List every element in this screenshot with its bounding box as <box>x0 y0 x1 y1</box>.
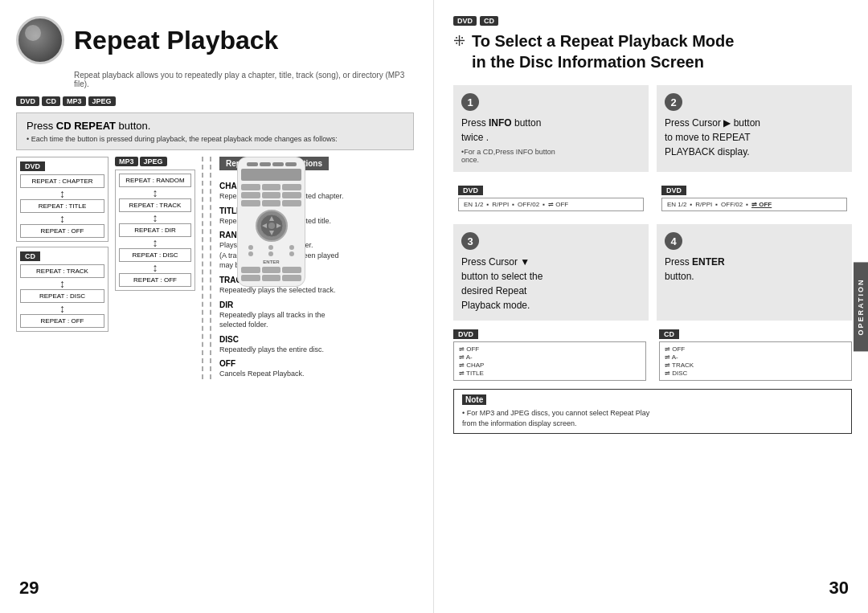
step-2-box: 2 Press Cursor ▶ buttonto move to REPEAT… <box>657 85 852 172</box>
r-extra-5 <box>262 275 281 281</box>
s2-sep3: ▪ <box>746 201 748 208</box>
mp3-flow-section: MP3 JPEG REPEAT : RANDOM ↕ REPEAT : TRAC… <box>115 157 203 379</box>
cd-repeat-display: CD ⇌ OFF ⇌ A- ⇌ TRACK ⇌ DIS <box>659 329 852 381</box>
r-extra-2 <box>262 267 281 273</box>
cd-r-off: ⇌ OFF <box>665 345 685 353</box>
cd-repeat-screen: ⇌ OFF ⇌ A- ⇌ TRACK ⇌ DISC <box>659 341 852 381</box>
remote-btn-1 <box>247 162 258 166</box>
option-disc-desc: Repeatedly plays the entire disc. <box>219 345 414 355</box>
s2-sep2: ▪ <box>715 201 718 208</box>
page-number-right: 30 <box>829 578 849 599</box>
cd-r-disc: ⇌ DISC <box>665 370 687 377</box>
note-text: • For MP3 and JPEG discs, you cannot sel… <box>462 408 843 428</box>
r-sm-6 <box>289 251 294 256</box>
r-sm-3 <box>289 245 294 250</box>
cd-repeat-row1: ⇌ OFF <box>665 345 688 353</box>
r-sm-2 <box>268 245 273 250</box>
r-btn-8 <box>262 200 281 206</box>
dvd-repeat-row4: ⇌ TITLE <box>459 370 484 377</box>
speaker-icon <box>16 16 64 64</box>
s2-sep1: ▪ <box>690 201 692 208</box>
step-1-display: DVD EN 1/2 ▪ R/PPI ▪ OFF/02 ▪ ⇌ OFF <box>453 180 649 216</box>
bullet-icon: ⁜ <box>453 32 465 50</box>
cd-arrow-1: ↕ <box>20 279 104 288</box>
screen-sep1: ▪ <box>486 201 489 208</box>
step-3-number: 3 <box>461 232 479 250</box>
r-btn-6 <box>282 192 301 198</box>
r-sm-4 <box>248 251 253 256</box>
screen-sep3: ▪ <box>542 201 545 208</box>
step2-dvd-screen: EN 1/2 ▪ R/PPI ▪ OFF/02 ▪ ⇌ OFF <box>661 198 847 211</box>
right-title: To Select a Repeat Playback Modein the D… <box>472 31 734 72</box>
r-btn-2 <box>262 184 281 190</box>
option-off-desc: Cancels Repeat Playback. <box>219 369 414 379</box>
dvd-item-1: REPEAT : CHAPTER <box>20 174 104 188</box>
dvd-arrow-1: ↕ <box>20 189 104 198</box>
remote-label: ENTER <box>241 260 301 264</box>
step-1-number: 1 <box>461 93 479 111</box>
step-3-box: 3 Press Cursor ▼button to select thedesi… <box>453 224 649 321</box>
step-1-box: 1 Press INFO buttontwice . •For a CD,Pre… <box>453 85 649 172</box>
cd-item-3: REPEAT : OFF <box>20 314 104 328</box>
option-dir-desc: Repeatedly plays all tracks in theselect… <box>219 310 414 330</box>
note-title: Note <box>462 394 486 405</box>
press-text: Press CD REPEAT button. <box>27 120 150 132</box>
step-4-box: 4 Press ENTERbutton. <box>657 224 852 321</box>
step-2-text: Press Cursor ▶ buttonto move to REPEATPL… <box>665 116 844 159</box>
remote-dpad <box>256 210 288 242</box>
step-2-number: 2 <box>665 93 682 111</box>
dvd-repeat-row2: ⇌ A- <box>459 353 476 361</box>
right-badges: DVD CD <box>453 16 852 26</box>
mp3-item-5: REPEAT : OFF <box>119 273 191 287</box>
step-1-text: Press INFO buttontwice . <box>461 116 641 145</box>
remote-btn-2 <box>260 162 271 166</box>
dvd-r-title: ⇌ TITLE <box>459 370 484 377</box>
remote-top-buttons <box>241 162 301 166</box>
cd-repeat-row4: ⇌ DISC <box>665 370 687 377</box>
dvd-repeat-display: DVD ⇌ OFF ⇌ A- ⇌ CHAP ⇌ TIT <box>453 329 646 381</box>
page-number-left: 29 <box>19 578 39 599</box>
dvd-repeat-badge: DVD <box>453 329 478 339</box>
dvd-arrow-2: ↕ <box>20 214 104 223</box>
page-container: Repeat Playback Repeat playback allows y… <box>0 0 868 613</box>
r-extra-3 <box>282 267 301 273</box>
step1-dvd-badge: DVD <box>458 186 483 195</box>
mp3-arrow-1: ↕ <box>119 188 191 198</box>
press-button-box: Press CD REPEAT button. • Each time the … <box>16 112 414 150</box>
right-badge-dvd: DVD <box>453 16 477 26</box>
badge-jpeg: JPEG <box>88 96 116 106</box>
diagram-area: DVD REPEAT : CHAPTER ↕ REPEAT : TITLE ↕ … <box>16 157 414 379</box>
remote-control: ENTER <box>237 157 305 287</box>
screen-rppi: R/PPI <box>492 201 509 208</box>
remote-illustration: ENTER <box>237 157 305 287</box>
repeat-displays: DVD ⇌ OFF ⇌ A- ⇌ CHAP ⇌ TIT <box>453 329 852 381</box>
dvd-item-2: REPEAT : TITLE <box>20 199 104 213</box>
cd-label: CD <box>20 251 40 261</box>
steps-34-grid: 3 Press Cursor ▼button to select thedesi… <box>453 224 852 321</box>
page-title: Repeat Playback <box>74 26 278 55</box>
right-badge-cd: CD <box>480 16 498 26</box>
r-btn-9 <box>282 200 301 206</box>
badge-mp3-small: MP3 <box>115 157 138 166</box>
dvd-r-chap: ⇌ CHAP <box>459 362 484 369</box>
r-btn-3 <box>282 184 301 190</box>
steps-grid: 1 Press INFO buttontwice . •For a CD,Pre… <box>453 85 852 216</box>
r-btn-5 <box>262 192 281 198</box>
step-4-number: 4 <box>665 232 682 250</box>
dvd-r-a: ⇌ A- <box>459 353 473 361</box>
r-btn-4 <box>241 192 260 198</box>
s2-en: EN 1/2 <box>667 201 686 208</box>
screen-off: ⇌ OFF <box>548 201 568 208</box>
step-4-text: Press ENTERbutton. <box>665 255 844 284</box>
svg-point-5 <box>268 223 275 229</box>
cd-item-1: REPEAT : TRACK <box>20 264 104 278</box>
r-btn-1 <box>241 184 260 190</box>
remote-button-grid <box>241 184 301 206</box>
remote-extra-buttons <box>241 267 301 281</box>
dvd-item-3: REPEAT : OFF <box>20 224 104 238</box>
step-1-sub: •For a CD,Press INFO buttononce. <box>461 148 641 164</box>
dvd-repeat-row3: ⇌ CHAP <box>459 362 487 369</box>
format-badges: DVD CD MP3 JPEG <box>16 96 414 106</box>
left-page: Repeat Playback Repeat playback allows y… <box>0 0 434 613</box>
cd-flow-group: CD REPEAT : TRACK ↕ REPEAT : DISC ↕ REPE… <box>16 247 108 332</box>
